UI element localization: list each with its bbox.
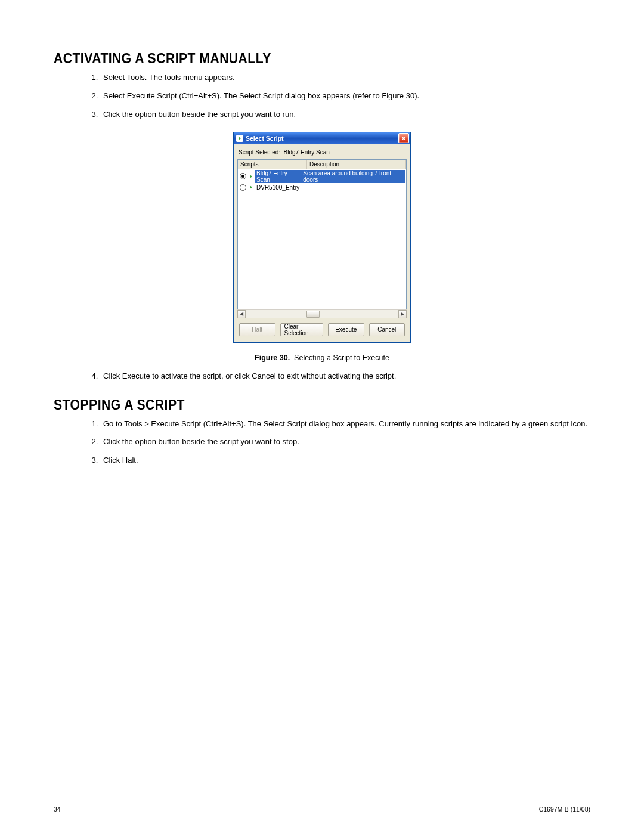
scroll-thumb[interactable] [306,311,320,318]
dialog-title: Select Script [246,135,284,142]
list-header: Scripts Description [238,160,406,169]
close-button[interactable] [398,133,409,143]
clear-selection-button[interactable]: Clear Selection [280,323,324,336]
horizontal-scrollbar[interactable]: ◀ ▶ [237,309,407,318]
script-name: Bldg7 Entry Scan [255,170,302,183]
step: Click Execute to activate the script, or… [100,371,590,382]
heading-stopping-script: STOPPING A SCRIPT [54,397,547,413]
script-list: Scripts Description Bldg7 Entry Scan Sca… [237,159,407,309]
column-header-description[interactable]: Description [307,160,406,169]
scroll-right-icon[interactable]: ▶ [398,310,407,318]
page-footer: 34 C1697M-B (11/08) [54,806,590,813]
scroll-left-icon[interactable]: ◀ [237,310,246,318]
script-description: Scan area around building 7 front doors [302,170,405,183]
list-row[interactable]: DVR5100_Entry [238,184,406,191]
page-number: 34 [54,806,61,813]
selected-label: Script Selected: [239,149,280,156]
steps-activating: Select Tools. The tools menu appears. Se… [100,73,590,120]
heading-activating-script: ACTIVATING A SCRIPT MANUALLY [54,51,547,67]
step: Select Execute Script (Ctrl+Alt+S). The … [100,91,590,101]
radio-button[interactable] [240,173,246,179]
column-header-scripts[interactable]: Scripts [238,160,307,169]
steps-activating-cont: Click Execute to activate the script, or… [100,371,590,382]
cancel-button[interactable]: Cancel [369,323,405,336]
figure-title: Selecting a Script to Execute [294,354,389,362]
steps-stopping: Go to Tools > Execute Script (Ctrl+Alt+S… [100,419,590,466]
dialog-titlebar: Select Script [234,132,410,144]
scroll-track[interactable] [246,310,398,318]
script-selected-label: Script Selected: Bldg7 Entry Scan [239,149,407,156]
figure-label: Figure 30. [255,354,290,362]
step: Click the option button beside the scrip… [100,437,590,447]
figure-caption: Figure 30. Selecting a Script to Execute [54,354,590,362]
select-script-dialog: Select Script Script Selected: Bldg7 Ent… [233,132,411,343]
doc-id: C1697M-B (11/08) [539,806,590,813]
step: Select Tools. The tools menu appears. [100,73,590,83]
step: Click Halt. [100,456,590,466]
script-icon [247,184,254,190]
script-name: DVR5100_Entry [255,184,301,191]
selected-value: Bldg7 Entry Scan [284,149,330,156]
script-icon [236,135,243,142]
radio-button[interactable] [240,184,246,191]
step: Go to Tools > Execute Script (Ctrl+Alt+S… [100,419,590,429]
execute-button[interactable]: Execute [328,323,364,336]
list-row[interactable]: Bldg7 Entry Scan Scan area around buildi… [238,169,406,184]
step: Click the option button beside the scrip… [100,110,590,120]
halt-button[interactable]: Halt [239,323,275,336]
script-icon [247,174,254,179]
